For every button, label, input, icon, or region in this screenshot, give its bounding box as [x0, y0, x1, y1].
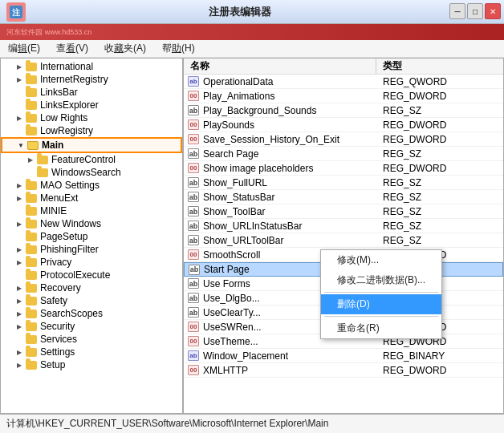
tree-item-security[interactable]: ▶ Security	[1, 320, 182, 333]
tree-item-safety[interactable]: ▶ Safety	[1, 294, 182, 307]
expand-arrow: ▶	[14, 321, 25, 332]
row-save-session[interactable]: 00 Save_Session_History_On_Exit REG_DWOR…	[184, 132, 503, 147]
menu-help[interactable]: 帮助(H)	[159, 40, 198, 57]
row-window-placement[interactable]: ab Window_Placement REG_BINARY	[184, 349, 503, 363]
cell-type: REG_SZ	[376, 206, 421, 217]
row-show-urltoolbar[interactable]: ab Show_URLToolBar REG_SZ	[184, 233, 503, 248]
expand-arrow: ▶	[14, 74, 25, 85]
cell-name: ab Show_URLInStatusBar	[184, 221, 376, 232]
tree-item-maosettings[interactable]: ▶ MAO Settings	[1, 179, 182, 192]
row-playsounds[interactable]: 00 PlaySounds REG_DWORD	[184, 118, 503, 132]
window-controls: ─ □ ✕	[449, 3, 501, 19]
expand-arrow: ▶	[14, 218, 25, 229]
app-logo: 注	[6, 2, 26, 22]
tree-item-settings[interactable]: ▶ Settings	[1, 346, 182, 358]
expand-arrow: ▶	[25, 154, 36, 165]
tree-label: MINIE	[40, 205, 67, 216]
tree-item-privacy[interactable]: ▶ Privacy	[1, 256, 182, 269]
row-show-urlinstatusbar[interactable]: ab Show_URLInStatusBar REG_SZ	[184, 219, 503, 233]
tree-item-international[interactable]: ▶ International	[1, 60, 182, 73]
reg-icon-dword: 00	[187, 336, 200, 347]
tree-label: PageSetup	[40, 231, 87, 242]
reg-icon-binary: ab	[187, 350, 200, 362]
tree-item-newwindows[interactable]: ▶ New Windows	[1, 217, 182, 230]
tree-item-setup[interactable]: ▶ Setup	[1, 358, 182, 371]
tree-item-main[interactable]: ▼ Main	[1, 137, 182, 153]
folder-icon	[25, 125, 38, 136]
tree-item-windowssearch[interactable]: ▶ WindowsSearch	[1, 166, 182, 179]
status-path: 计算机\HKEY_CURRENT_USER\Software\Microsoft…	[6, 417, 328, 431]
watermark-url: www.hd533.cn	[45, 28, 92, 36]
tree-label: WindowsSearch	[51, 167, 121, 178]
expand-arrow: ▶	[14, 61, 25, 72]
ctx-rename[interactable]: 重命名(R)	[321, 318, 441, 338]
tree-item-internetregistry[interactable]: ▶ InternetRegistry	[1, 73, 182, 86]
tree-item-pagesetup[interactable]: ▶ PageSetup	[1, 230, 182, 243]
tree-label: LinksBar	[40, 87, 78, 98]
row-show-statusbar[interactable]: ab Show_StatusBar REG_SZ	[184, 190, 503, 204]
expand-arrow: ▶	[14, 180, 25, 191]
tree-item-linksexplorer[interactable]: ▶ LinksExplorer	[1, 99, 182, 111]
expand-arrow: ▶	[14, 244, 25, 255]
menu-edit[interactable]: 编辑(E)	[5, 40, 43, 57]
folder-icon	[25, 61, 38, 72]
tree-item-lowregistry[interactable]: ▶ LowRegistry	[1, 124, 182, 137]
reg-icon-dword: 00	[187, 365, 200, 376]
ctx-delete[interactable]: 删除(D)	[321, 294, 441, 314]
folder-icon	[25, 346, 38, 358]
ctx-separator2	[324, 316, 438, 317]
row-show-fullurl[interactable]: ab Show_FullURL REG_SZ	[184, 176, 503, 190]
tree-item-linksbar[interactable]: ▶ LinksBar	[1, 86, 182, 99]
menu-view[interactable]: 查看(V)	[53, 40, 91, 57]
row-show-image-placeholders[interactable]: 00 Show image placeholders REG_DWORD	[184, 161, 503, 176]
folder-icon	[25, 308, 38, 319]
tree-label: InternetRegistry	[40, 74, 108, 85]
tree-label: SearchScopes	[40, 308, 103, 319]
folder-icon	[25, 74, 38, 85]
tree-item-featurecontrol[interactable]: ▶ FeatureControl	[1, 153, 182, 166]
cell-type: REG_SZ	[376, 221, 421, 232]
minimize-button[interactable]: ─	[449, 3, 465, 19]
close-button[interactable]: ✕	[485, 3, 501, 19]
registry-tree: ▶ International ▶ InternetRegistry ▶ Lin…	[1, 59, 184, 413]
expand-arrow: ▶	[14, 112, 25, 123]
cell-type: REG_SZ	[376, 177, 421, 188]
tree-label: PhishingFilter	[40, 244, 99, 255]
expand-arrow: ▶	[14, 359, 25, 370]
expand-arrow: ▶	[14, 192, 25, 204]
tree-item-menuext[interactable]: ▶ MenuExt	[1, 192, 182, 204]
reg-icon-ab: ab	[187, 235, 200, 246]
maximize-button[interactable]: □	[467, 3, 483, 19]
expand-arrow: ▶	[14, 282, 25, 293]
cell-name: ab Window_Placement	[184, 350, 376, 362]
cell-type: REG_DWORD	[376, 119, 446, 131]
tree-item-recovery[interactable]: ▶ Recovery	[1, 281, 182, 294]
reg-icon-ab: ab	[187, 278, 200, 289]
row-xmlhttp[interactable]: 00 XMLHTTP REG_DWORD	[184, 363, 503, 378]
reg-icon-ab: ab	[187, 293, 200, 304]
reg-icon-dword: 00	[187, 119, 200, 131]
row-search-page[interactable]: ab Search Page REG_SZ	[184, 147, 503, 161]
tree-item-protocolexecute[interactable]: ▶ ProtocolExecute	[1, 269, 182, 281]
tree-label: LowRegistry	[40, 125, 93, 136]
tree-item-lowrights[interactable]: ▶ Low Rights	[1, 111, 182, 124]
row-play-animations[interactable]: 00 Play_Animations REG_DWORD	[184, 89, 503, 103]
row-play-background-sounds[interactable]: ab Play_Background_Sounds REG_SZ	[184, 103, 503, 118]
folder-icon	[25, 321, 38, 332]
folder-icon	[25, 180, 38, 191]
expand-arrow: ▶	[14, 295, 25, 306]
expand-arrow: ▶	[14, 308, 25, 319]
ctx-modify[interactable]: 修改(M)...	[321, 250, 441, 270]
tree-item-searchscopes[interactable]: ▶ SearchScopes	[1, 307, 182, 320]
tree-item-services[interactable]: ▶ Services	[1, 333, 182, 346]
tree-item-minie[interactable]: ▶ MINIE	[1, 204, 182, 217]
expand-arrow: ▶	[14, 257, 25, 268]
folder-icon	[36, 154, 49, 165]
tree-item-phishingfilter[interactable]: ▶ PhishingFilter	[1, 243, 182, 256]
row-show-toolbar[interactable]: ab Show_ToolBar REG_SZ	[184, 204, 503, 219]
ctx-modify-binary[interactable]: 修改二进制数据(B)...	[321, 270, 441, 290]
menu-favorites[interactable]: 收藏夹(A)	[101, 40, 149, 57]
folder-open-icon	[26, 140, 39, 151]
row-operationaldata[interactable]: ab OperationalData REG_QWORD	[184, 75, 503, 89]
cell-name: 00 XMLHTTP	[184, 365, 376, 376]
